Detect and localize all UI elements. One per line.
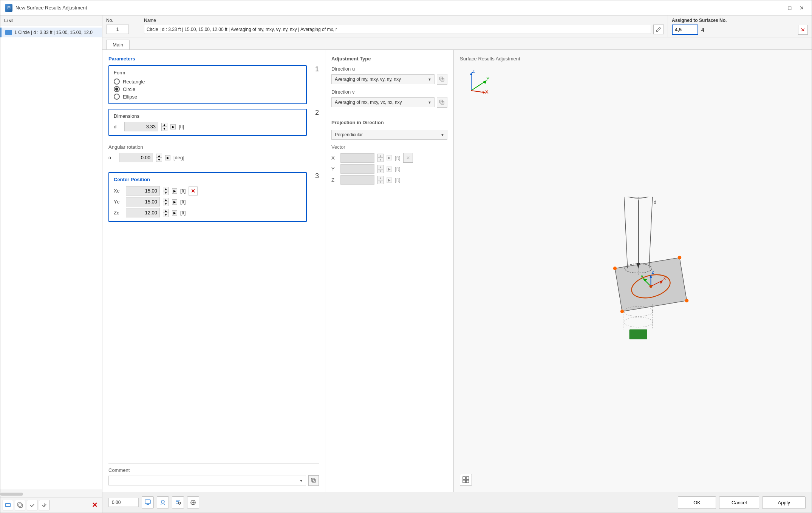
- zc-down[interactable]: ▼: [163, 213, 169, 217]
- tab-main[interactable]: Main: [106, 40, 130, 49]
- xc-arrow[interactable]: ▶: [172, 188, 177, 194]
- window-controls: □ ✕: [784, 3, 807, 13]
- angular-up[interactable]: ▲: [156, 154, 162, 158]
- comment-dropdown-wrap: [108, 476, 306, 485]
- zc-up[interactable]: ▲: [163, 209, 169, 213]
- center-pos-title: Center Position: [114, 177, 302, 182]
- vector-x-input[interactable]: [340, 153, 374, 163]
- bottom-icon-btn-4[interactable]: [187, 496, 199, 508]
- angular-arrow[interactable]: ▶: [165, 155, 170, 160]
- radio-label-rectangle: Rectangle: [123, 79, 145, 85]
- assigned-surfaces-input[interactable]: [672, 25, 698, 35]
- radio-label-ellipse: Ellipse: [123, 94, 137, 100]
- vector-y-down[interactable]: ▼: [377, 169, 384, 173]
- yc-unit: [ft]: [180, 199, 186, 205]
- vector-z-up[interactable]: ▲: [377, 176, 384, 180]
- yc-input[interactable]: [126, 197, 160, 206]
- angular-input[interactable]: [119, 153, 153, 162]
- xc-clear-button[interactable]: ✕: [189, 186, 198, 196]
- yc-arrow[interactable]: ▶: [172, 199, 177, 205]
- direction-u-select[interactable]: Averaging of my, mxy, vy, ny, nxy: [331, 74, 435, 84]
- vector-x-unit: [ft]: [395, 155, 400, 161]
- xc-down[interactable]: ▼: [163, 191, 169, 195]
- radio-label-circle: Circle: [123, 86, 135, 92]
- yc-down[interactable]: ▼: [163, 202, 169, 206]
- dim-d-arrow[interactable]: ▶: [170, 124, 176, 129]
- assigned-pick-button[interactable]: ✕: [798, 25, 808, 35]
- projection-select[interactable]: Perpendicular: [331, 130, 447, 140]
- yc-up[interactable]: ▲: [163, 198, 169, 202]
- delete-button[interactable]: ✕: [89, 500, 100, 510]
- bottom-icon-btn-3[interactable]: [172, 496, 184, 508]
- direction-v-copy-button[interactable]: [437, 97, 447, 108]
- vector-y-input[interactable]: [340, 164, 374, 174]
- projection-dropdown-wrap: Perpendicular: [331, 130, 447, 140]
- direction-u-label: Direction u: [331, 66, 447, 72]
- no-section: No. 1: [102, 15, 140, 37]
- close-button[interactable]: ✕: [797, 3, 807, 13]
- name-input[interactable]: [144, 25, 651, 34]
- direction-v-label: Direction v: [331, 89, 447, 95]
- xc-row: Xc ▲ ▼ ▶ [ft] ✕: [114, 186, 302, 196]
- app-icon: ⊞: [5, 4, 12, 12]
- cancel-button[interactable]: Cancel: [719, 496, 759, 509]
- check2-button[interactable]: [39, 500, 49, 510]
- ok-button[interactable]: OK: [678, 496, 716, 509]
- bottom-icon-btn-1[interactable]: [142, 496, 154, 508]
- radio-circle[interactable]: Circle: [114, 86, 302, 92]
- apply-button[interactable]: Apply: [762, 496, 806, 509]
- radio-rectangle[interactable]: Rectangle: [114, 79, 302, 85]
- vector-x-up[interactable]: ▲: [377, 154, 384, 158]
- svg-line-27: [649, 197, 653, 268]
- radio-circle-circle: [114, 86, 120, 92]
- add-button[interactable]: [3, 500, 13, 510]
- direction-u-copy-button[interactable]: [437, 74, 447, 85]
- direction-v-select[interactable]: Averaging of mx, mxy, vx, nx, nxy: [331, 97, 435, 107]
- list-scrollbar-area[interactable]: [0, 490, 102, 497]
- dim-d-input[interactable]: [124, 122, 158, 131]
- svg-rect-51: [466, 477, 469, 479]
- comment-select[interactable]: [108, 476, 306, 485]
- vector-y-up[interactable]: ▲: [377, 165, 384, 169]
- dimensions-title: Dimensions: [114, 113, 302, 119]
- svg-point-23: [685, 299, 688, 303]
- vector-pick-button[interactable]: ✕: [403, 153, 413, 163]
- vector-x-down[interactable]: ▼: [377, 158, 384, 162]
- bottom-icon-btn-2[interactable]: [157, 496, 169, 508]
- comment-section: Comment: [108, 463, 319, 486]
- svg-rect-5: [312, 479, 316, 482]
- maximize-button[interactable]: □: [784, 3, 795, 13]
- radio-group: Rectangle Circle Ellipse: [114, 79, 302, 100]
- dim-d-up[interactable]: ▲: [161, 123, 167, 127]
- xc-up[interactable]: ▲: [163, 187, 169, 191]
- duplicate-button[interactable]: [15, 500, 25, 510]
- svg-rect-54: [145, 500, 150, 504]
- vector-section: Vector X ▲ ▼ ▶ [f: [331, 144, 447, 185]
- list-scrollbar[interactable]: [0, 493, 23, 496]
- list-item[interactable]: 1 Circle | d : 3.33 ft | 15.00, 15.00, 1…: [0, 28, 102, 37]
- check-button[interactable]: [27, 500, 37, 510]
- step3-badge: 3: [315, 172, 319, 180]
- vector-z-spinner: ▲ ▼: [377, 176, 384, 184]
- zc-input[interactable]: [126, 208, 160, 217]
- vector-z-down[interactable]: ▼: [377, 180, 384, 184]
- vector-z-arrow[interactable]: ▶: [387, 177, 392, 183]
- vector-y-arrow[interactable]: ▶: [387, 166, 392, 172]
- name-edit-button[interactable]: [653, 25, 664, 34]
- projection-section: Projection in Direction Perpendicular Ve…: [331, 120, 447, 185]
- angular-down[interactable]: ▼: [156, 158, 162, 162]
- main-window: ⊞ New Surface Results Adjustment □ ✕ Lis…: [0, 0, 812, 513]
- window-title: New Surface Results Adjustment: [15, 5, 781, 11]
- svg-point-45: [624, 317, 653, 327]
- xc-input[interactable]: [126, 186, 160, 196]
- viz-bottom-button[interactable]: [460, 474, 472, 486]
- comment-copy-button[interactable]: [308, 475, 319, 486]
- list-panel: List 1 Circle | d : 3.33 ft | 15.00, 15.…: [0, 15, 102, 513]
- vector-x-arrow[interactable]: ▶: [387, 155, 392, 160]
- zc-arrow[interactable]: ▶: [172, 210, 177, 216]
- radio-ellipse[interactable]: Ellipse: [114, 94, 302, 100]
- zc-row: Zc ▲ ▼ ▶ [ft]: [114, 208, 302, 217]
- vector-z-input[interactable]: [340, 175, 374, 185]
- name-section: Name: [140, 15, 668, 37]
- dim-d-down[interactable]: ▼: [161, 127, 167, 131]
